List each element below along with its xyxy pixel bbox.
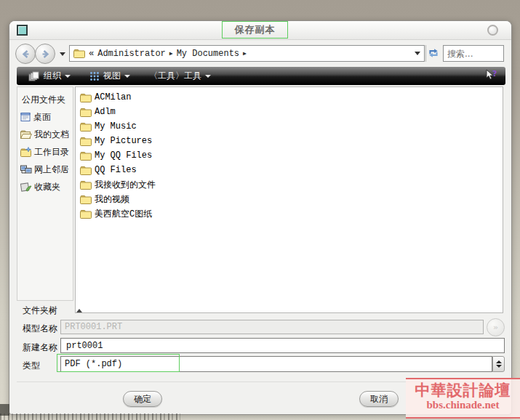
type-spinner[interactable] (492, 356, 505, 372)
address-bar[interactable]: « Administrator ▶ My Documents ▶ (69, 45, 425, 62)
menu-tools[interactable]: 〈工具〉工具 (149, 70, 211, 82)
breadcrumb-item-my-documents[interactable]: My Documents (177, 49, 239, 59)
model-name-value: PRT0001.PRT (65, 322, 122, 332)
organize-layers-icon (28, 71, 40, 81)
folder-row[interactable]: 我接收到的文件 (80, 177, 503, 192)
type-value: PDF (*.pdf) (65, 359, 122, 369)
folder-icon (80, 93, 92, 102)
folder-row[interactable]: My Pictures (80, 134, 503, 148)
type-dropdown[interactable]: PDF (*.pdf) (60, 356, 492, 372)
file-list: ACMilan Adlm My Music My Pictures My QQ … (75, 86, 503, 313)
arrow-left-icon (21, 49, 31, 59)
model-name-field: PRT0001.PRT (60, 320, 484, 334)
spinner-down-icon (496, 365, 502, 368)
part-cube-icon (17, 25, 28, 36)
folder-row[interactable]: Adlm (80, 105, 503, 119)
folder-row[interactable]: 我的视频 (80, 192, 503, 206)
ok-button[interactable]: 确定 (123, 391, 162, 407)
context-help-button[interactable]: ? (484, 69, 498, 84)
desktop-icon (20, 112, 31, 123)
folder-icon (80, 151, 92, 161)
nav-divider (425, 45, 426, 62)
forward-button[interactable] (35, 44, 55, 64)
folder-icon (80, 166, 92, 175)
sidebar-item-label: 桌面 (33, 111, 51, 124)
folder-row[interactable]: 美西航空C图纸 (80, 206, 503, 221)
breadcrumb-arrow-icon[interactable]: ▶ (169, 50, 173, 57)
folder-icon (80, 209, 92, 219)
folder-tree-label: 文件夹树 (23, 304, 57, 317)
sidebar-item-label: 公用文件夹 (22, 94, 65, 106)
new-name-input[interactable] (65, 340, 500, 352)
history-nav-group (15, 44, 65, 64)
breadcrumb-arrow-icon[interactable]: ▶ (243, 50, 247, 57)
folder-name: ACMilan (95, 92, 131, 102)
folder-name: 我的视频 (95, 193, 129, 206)
dialog-title-annotation: 保存副本 (222, 21, 288, 39)
refresh-icon (428, 47, 439, 59)
refresh-button[interactable] (428, 47, 439, 61)
ok-button-label: 确定 (134, 393, 151, 405)
folder-icon (80, 122, 92, 132)
sidebar-item-desktop[interactable]: 桌面 (20, 108, 73, 126)
sidebar-item-label: 网上邻居 (34, 163, 69, 176)
dialog-title: 保存副本 (235, 23, 276, 36)
close-icon[interactable] (487, 25, 498, 36)
sidebar-item-label: 收藏夹 (34, 181, 60, 193)
folder-icon (80, 180, 92, 190)
folder-icon (73, 49, 85, 58)
breadcrumb-item-administrator[interactable]: Administrator (97, 49, 166, 59)
sidebar-item-working-directory[interactable]: 工作目录 (20, 143, 73, 161)
collapse-up-icon (76, 309, 82, 312)
folder-icon (80, 108, 92, 117)
folder-row[interactable]: QQ Files (80, 163, 503, 177)
chevron-down-icon (124, 75, 130, 78)
folder-row[interactable]: My Music (80, 119, 503, 134)
address-dropdown-icon[interactable] (415, 52, 420, 55)
folder-name: My Music (95, 121, 137, 132)
menu-organize-label: 组织 (44, 70, 61, 82)
spinner-up-icon (496, 360, 502, 363)
watermark-title: 中華設計論壇 (406, 382, 520, 399)
folder-icon (80, 137, 92, 146)
folder-name: Adlm (95, 107, 116, 117)
places-sidebar: 公用文件夹 桌面 我的文档 (17, 86, 73, 301)
sidebar-item-common-folders[interactable]: 公用文件夹 (20, 91, 73, 108)
working-directory-icon (20, 147, 32, 157)
folder-row[interactable]: ACMilan (80, 90, 503, 105)
help-cursor-icon: ? (484, 69, 498, 81)
watermark-url: bbs.chinade.net (406, 399, 520, 411)
back-button[interactable] (15, 44, 36, 64)
folder-name: 美西航空C图纸 (95, 208, 152, 220)
search-input[interactable] (443, 45, 504, 62)
history-dropdown-icon[interactable] (60, 52, 65, 56)
menu-view-label: 视图 (103, 70, 121, 82)
model-name-label: 模型名称 (23, 323, 57, 335)
new-name-field[interactable] (60, 338, 505, 353)
chevron-down-icon (205, 75, 211, 78)
favorites-icon (20, 182, 32, 192)
sidebar-item-my-documents[interactable]: 我的文档 (20, 126, 73, 143)
folder-tree-toggle[interactable]: 文件夹树 (23, 304, 82, 317)
sidebar-item-label: 我的文档 (34, 129, 69, 141)
svg-text:?: ? (492, 69, 497, 78)
network-icon (20, 164, 32, 174)
save-copy-dialog: 保存副本 (9, 20, 512, 415)
menu-view[interactable]: 视图 (89, 70, 130, 82)
folder-name: My Pictures (95, 136, 152, 146)
title-bar[interactable]: 保存副本 (9, 21, 511, 40)
menu-organize[interactable]: 组织 (28, 70, 71, 82)
new-name-label: 新建名称 (23, 342, 57, 354)
model-browse-button: » (487, 318, 505, 336)
folder-name: My QQ Files (95, 150, 152, 161)
cancel-button[interactable]: 取消 (359, 391, 399, 407)
clipped-background-text (0, 413, 180, 420)
sidebar-item-favorites[interactable]: 收藏夹 (20, 178, 73, 195)
view-grid-icon (89, 71, 100, 81)
folder-row[interactable]: My QQ Files (80, 148, 503, 163)
sidebar-item-network-places[interactable]: 网上邻居 (20, 161, 73, 178)
menu-bar: 组织 视图 〈工具〉工具 (17, 67, 505, 85)
type-label: 类型 (23, 360, 40, 372)
chevron-down-icon (65, 75, 71, 78)
documents-icon (20, 129, 32, 140)
